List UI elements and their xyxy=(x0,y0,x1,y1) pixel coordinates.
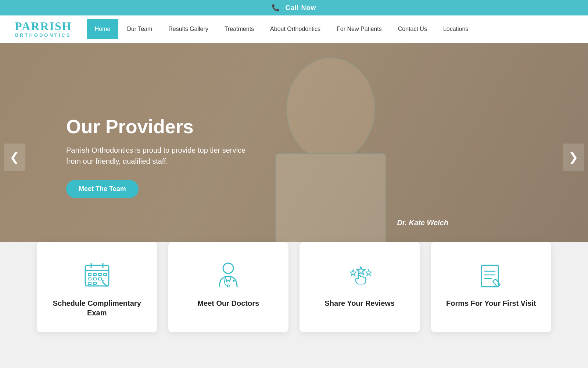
nav-item-about-orthodontics[interactable]: About Orthodontics xyxy=(262,19,329,39)
hero-section: ❮ Our Providers Parrish Orthodontics is … xyxy=(0,43,588,271)
svg-marker-24 xyxy=(366,270,372,276)
card-doctors-label: Meet Our Doctors xyxy=(197,298,259,308)
logo-name: PARRISH xyxy=(15,20,72,33)
header: PARRISH ORTHODONTICS Home Our Team Resul… xyxy=(0,15,588,43)
nav-item-locations[interactable]: Locations xyxy=(435,19,477,39)
forms-icon xyxy=(476,260,506,290)
carousel-next-button[interactable]: ❯ xyxy=(563,144,584,171)
hero-subtitle: Parrish Orthodontics is proud to provide… xyxy=(66,145,257,167)
nav-item-our-team[interactable]: Our Team xyxy=(118,19,160,39)
card-reviews[interactable]: Share Your Reviews xyxy=(300,242,420,332)
phone-icon: 📞 xyxy=(272,4,280,11)
hero-title: Our Providers xyxy=(66,116,257,137)
svg-rect-25 xyxy=(481,265,498,287)
logo[interactable]: PARRISH ORTHODONTICS xyxy=(15,20,72,38)
svg-rect-14 xyxy=(88,282,91,284)
card-forms[interactable]: Forms For Your First Visit xyxy=(431,242,552,332)
svg-marker-23 xyxy=(357,267,365,275)
card-doctors[interactable]: Meet Our Doctors xyxy=(168,242,289,332)
nav-item-contact-us[interactable]: Contact Us xyxy=(390,19,435,39)
card-schedule[interactable]: Schedule Complimentary Exam xyxy=(37,242,157,332)
svg-point-1 xyxy=(287,58,375,161)
top-bar[interactable]: 📞 Call Now xyxy=(0,0,588,15)
svg-marker-22 xyxy=(350,270,356,276)
call-now-label: Call Now xyxy=(286,4,316,11)
card-schedule-label: Schedule Complimentary Exam xyxy=(48,298,146,318)
svg-rect-15 xyxy=(93,282,96,284)
reviews-icon xyxy=(345,260,374,290)
cards-section: Schedule Complimentary Exam Meet Our Doc… xyxy=(0,242,588,354)
card-forms-label: Forms For Your First Visit xyxy=(446,298,536,308)
nav-item-treatments[interactable]: Treatments xyxy=(216,19,262,39)
svg-rect-12 xyxy=(93,278,96,280)
carousel-prev-button[interactable]: ❮ xyxy=(4,144,25,171)
svg-line-17 xyxy=(102,280,104,282)
svg-rect-7 xyxy=(88,273,91,276)
svg-rect-11 xyxy=(88,278,91,280)
nav-item-results-gallery[interactable]: Results Gallery xyxy=(160,19,216,39)
meet-team-button[interactable]: Meet The Team xyxy=(66,180,139,198)
doctor-name-label: Dr. Kate Welch xyxy=(397,219,448,227)
card-reviews-label: Share Your Reviews xyxy=(325,298,395,308)
svg-rect-9 xyxy=(98,273,101,276)
calendar-icon xyxy=(82,260,112,290)
doctor-icon xyxy=(214,260,243,290)
nav-item-for-new-patients[interactable]: For New Patients xyxy=(329,19,390,39)
hero-content: Our Providers Parrish Orthodontics is pr… xyxy=(0,116,257,198)
svg-rect-13 xyxy=(98,278,101,280)
main-nav: Home Our Team Results Gallery Treatments… xyxy=(87,19,573,39)
svg-point-18 xyxy=(223,263,233,273)
logo-sub: ORTHODONTICS xyxy=(15,33,72,38)
svg-rect-8 xyxy=(93,273,96,276)
svg-rect-10 xyxy=(104,273,107,276)
nav-item-home[interactable]: Home xyxy=(87,19,119,39)
